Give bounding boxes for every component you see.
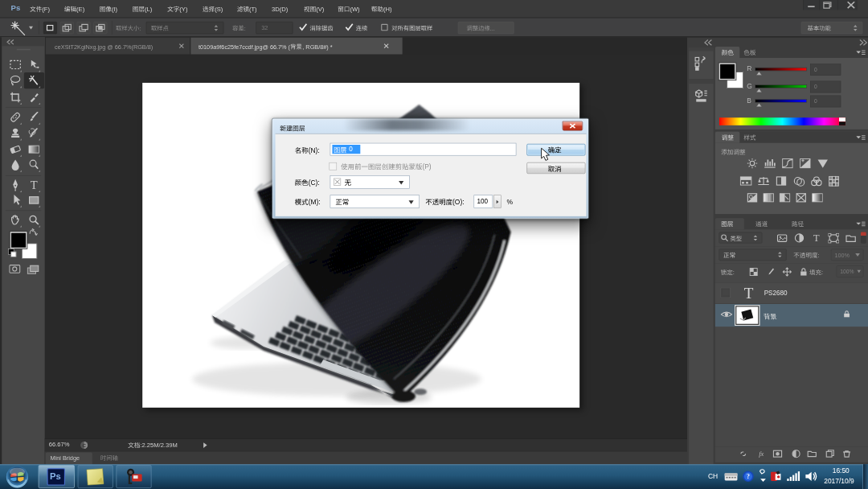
- svg-text:(L): (L): [145, 6, 153, 13]
- svg-text:(S): (S): [215, 6, 223, 13]
- svg-text:(C):: (C):: [309, 179, 320, 187]
- svg-text::: :: [818, 252, 820, 259]
- svg-text::2.25M/2.39M: :2.25M/2.39M: [140, 442, 177, 449]
- svg-text:(I): (I): [112, 6, 118, 13]
- svg-text:, RGB/8#) *: , RGB/8#) *: [302, 43, 332, 51]
- svg-text:?: ?: [747, 473, 750, 480]
- svg-text::: :: [821, 269, 823, 276]
- svg-text:fx: fx: [759, 450, 764, 458]
- svg-text:3D(D): 3D(D): [272, 6, 289, 13]
- svg-text:(H): (H): [383, 6, 392, 13]
- svg-text:T: T: [813, 233, 820, 244]
- svg-text:(P): (P): [422, 162, 431, 171]
- svg-text:ceXStT2KgiNxg.jpg @ 66.7%(RGB/: ceXStT2KgiNxg.jpg @ 66.7%(RGB/8): [55, 43, 153, 51]
- svg-text:(Y): (Y): [179, 6, 188, 13]
- svg-text::: :: [733, 269, 735, 276]
- svg-text:(M):: (M):: [309, 198, 321, 206]
- svg-text:(W): (W): [350, 6, 360, 13]
- svg-text:t0109a9f6c25fe7ccdf.jpg@ 66.7%: t0109a9f6c25fe7ccdf.jpg@ 66.7% (: [199, 43, 291, 51]
- svg-text::: :: [244, 25, 246, 32]
- svg-text:(O):: (O):: [452, 198, 465, 206]
- svg-text::: :: [139, 25, 141, 32]
- svg-text:(F): (F): [42, 6, 50, 13]
- svg-text:...: ...: [490, 25, 495, 32]
- svg-text:(E): (E): [76, 6, 85, 13]
- svg-text:T: T: [31, 179, 38, 191]
- svg-text:(N):: (N):: [309, 146, 320, 154]
- svg-text:C: C: [82, 442, 86, 448]
- svg-text:(T): (T): [249, 6, 257, 13]
- svg-text:(V): (V): [316, 6, 325, 13]
